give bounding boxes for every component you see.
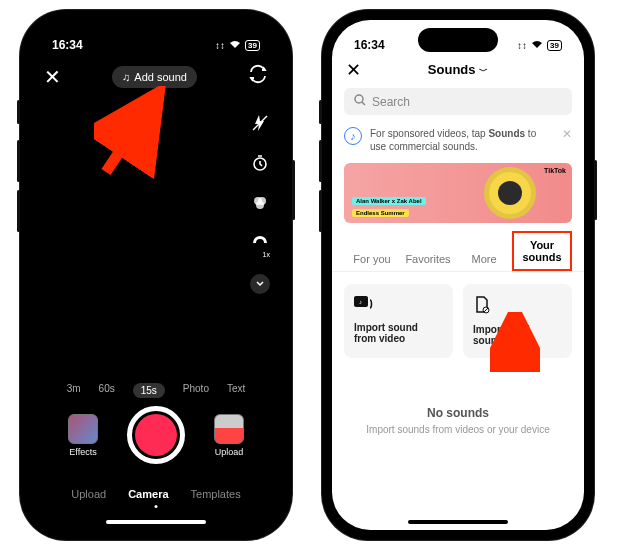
record-button[interactable] (127, 406, 185, 464)
mode-upload[interactable]: Upload (71, 488, 106, 500)
notch (418, 28, 498, 52)
phone-camera: 16:34 ↕↕ 39 ✕ ♫ Add sound (20, 10, 292, 540)
upload-button[interactable]: Upload (211, 414, 247, 457)
info-text: For sponsored videos, tap Sounds to use … (370, 127, 554, 153)
annotation-arrow-importlocal (490, 312, 540, 372)
close-button[interactable]: ✕ (44, 65, 61, 89)
video-music-icon: ♪ (354, 296, 443, 316)
sounds-screen: 16:34 ↕↕ 39 ✕ Sounds ﹀ (332, 20, 584, 530)
search-icon (354, 94, 366, 109)
wifi-icon (531, 39, 543, 51)
tab-for-you[interactable]: For you (344, 247, 400, 271)
timer-icon[interactable] (251, 154, 269, 176)
speed-icon[interactable]: 1x (251, 234, 269, 256)
status-time: 16:34 (354, 38, 385, 52)
wifi-icon (229, 39, 241, 51)
flash-icon[interactable] (251, 114, 269, 136)
home-indicator[interactable] (408, 520, 508, 524)
mode-camera[interactable]: Camera (128, 488, 168, 500)
search-placeholder: Search (372, 95, 410, 109)
add-sound-button[interactable]: ♫ Add sound (112, 66, 197, 88)
expand-tools-button[interactable] (250, 274, 270, 294)
status-right: ↕↕ 39 (215, 39, 260, 51)
tab-your-sounds[interactable]: Your sounds (512, 231, 572, 271)
battery-icon: 39 (547, 40, 562, 51)
add-sound-label: Add sound (134, 71, 187, 83)
mode-selector[interactable]: Upload Camera Templates (30, 488, 282, 500)
effects-thumbnail (68, 414, 98, 444)
music-note-icon: ♫ (122, 71, 130, 83)
banner-art (484, 167, 536, 219)
svg-text:♪: ♪ (359, 299, 362, 305)
effects-label: Effects (69, 447, 96, 457)
filters-icon[interactable] (251, 194, 269, 216)
signal-icon: ↕↕ (517, 40, 527, 51)
promo-banner[interactable]: TikTok Alan Walker x Zak Abel Endless Su… (344, 163, 572, 223)
flip-camera-icon[interactable] (248, 64, 268, 89)
duration-photo[interactable]: Photo (183, 383, 209, 398)
close-button[interactable]: ✕ (346, 59, 361, 81)
notch (116, 28, 196, 52)
sounds-title[interactable]: Sounds ﹀ (428, 62, 488, 78)
import-from-video-button[interactable]: ♪ Import sound from video (344, 284, 453, 358)
banner-artist: Alan Walker x Zak Abel (352, 197, 426, 205)
banner-track: Endless Summer (352, 209, 409, 217)
svg-line-0 (253, 116, 267, 130)
camera-screen: 16:34 ↕↕ 39 ✕ ♫ Add sound (30, 20, 282, 530)
tab-more[interactable]: More (456, 247, 512, 271)
commercial-info-strip: ♪ For sponsored videos, tap Sounds to us… (332, 121, 584, 159)
search-input[interactable]: Search (344, 88, 572, 115)
tiktok-logo-text: TikTok (544, 167, 566, 174)
no-sounds-subtitle: Import sounds from videos or your device (332, 424, 584, 435)
svg-point-7 (355, 95, 363, 103)
no-sounds-title: No sounds (332, 406, 584, 420)
status-right: ↕↕ 39 (517, 39, 562, 51)
tab-favorites[interactable]: Favorites (400, 247, 456, 271)
annotation-arrow-addsound (94, 86, 174, 181)
dismiss-info-button[interactable]: ✕ (562, 127, 572, 141)
mode-templates[interactable]: Templates (191, 488, 241, 500)
upload-thumbnail (214, 414, 244, 444)
chevron-down-icon: ﹀ (479, 66, 488, 76)
duration-15s[interactable]: 15s (133, 383, 165, 398)
svg-line-8 (362, 102, 365, 105)
upload-label: Upload (215, 447, 244, 457)
duration-selector[interactable]: 3m 60s 15s Photo Text (30, 383, 282, 398)
home-indicator[interactable] (106, 520, 206, 524)
status-time: 16:34 (52, 38, 83, 52)
mode-indicator-dot (155, 505, 158, 508)
svg-point-4 (256, 201, 264, 209)
sounds-header: ✕ Sounds ﹀ (332, 58, 584, 82)
phone-sounds: 16:34 ↕↕ 39 ✕ Sounds ﹀ (322, 10, 594, 540)
battery-icon: 39 (245, 40, 260, 51)
sounds-tabs: For you Favorites More Your sounds (332, 231, 584, 272)
duration-60s[interactable]: 60s (99, 383, 115, 398)
duration-text[interactable]: Text (227, 383, 245, 398)
info-icon: ♪ (344, 127, 362, 145)
svg-line-6 (106, 100, 154, 172)
effects-button[interactable]: Effects (65, 414, 101, 457)
record-inner (135, 414, 177, 456)
signal-icon: ↕↕ (215, 40, 225, 51)
duration-3m[interactable]: 3m (67, 383, 81, 398)
camera-side-tools: 1x (250, 114, 270, 294)
